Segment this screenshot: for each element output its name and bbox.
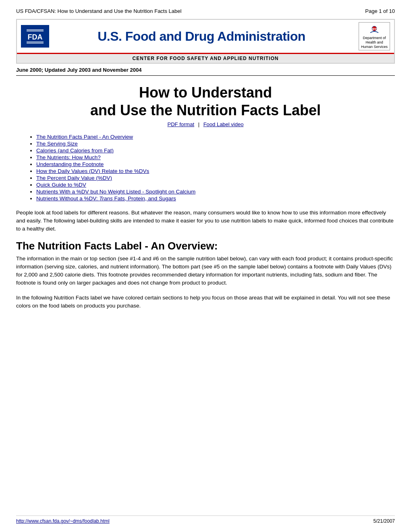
fda-main-title-area: U.S. Food and Drug Administration: [53, 29, 350, 44]
section-heading-overview: The Nutrition Facts Label - An Overview:: [16, 240, 395, 252]
hhs-logo: HHS Department ofHealth andHuman Service…: [359, 22, 390, 50]
main-title-section: How to Understand and Use the Nutrition …: [16, 84, 395, 118]
fda-logo: FDA: [21, 25, 49, 48]
video-link[interactable]: Food Label video: [203, 121, 244, 127]
browser-title-right: Page 1 of 10: [365, 8, 395, 14]
toc-link-8[interactable]: Quick Guide to %DV: [36, 182, 86, 188]
list-item: The Nutrients: How Much?: [36, 154, 395, 160]
toc-link-2[interactable]: The Serving Size: [36, 141, 78, 147]
fda-header: FDA U.S. Food and Drug Administration HH…: [16, 19, 395, 64]
section-paragraph-2: In the following Nutrition Facts label w…: [16, 294, 395, 310]
footer-url[interactable]: http://www.cfsan.fda.gov/~dms/foodlab.ht…: [16, 518, 110, 524]
toc-link-3[interactable]: Calories (and Calories from Fat): [36, 148, 114, 154]
toc-link-4[interactable]: The Nutrients: How Much?: [36, 154, 101, 160]
list-item: The Serving Size: [36, 141, 395, 147]
browser-title-bar: US FDA/CFSAN: How to Understand and Use …: [16, 8, 395, 14]
list-item: Nutrients Without a %DV: Trans Fats, Pro…: [36, 195, 395, 202]
svg-text:FDA: FDA: [28, 33, 43, 41]
date-line: June 2000; Updated July 2003 and Novembe…: [16, 67, 395, 76]
list-item: Nutrients With a %DV but No Weight Liste…: [36, 189, 395, 195]
page-title-line2: and Use the Nutrition Facts Label: [90, 102, 321, 118]
fda-logo-area: FDA: [21, 25, 53, 48]
toc-link-7[interactable]: The Percent Daily Value (%DV): [36, 175, 112, 181]
format-links-row: PDF format | Food Label video: [16, 121, 395, 127]
list-item: Quick Guide to %DV: [36, 182, 395, 188]
list-item: How the Daily Values (DV) Relate to the …: [36, 168, 395, 174]
hhs-logo-area: HHS Department ofHealth andHuman Service…: [350, 22, 390, 50]
fda-subtitle-bar: CENTER FOR FOOD SAFETY AND APPLIED NUTRI…: [17, 54, 394, 63]
toc-link-5[interactable]: Understanding the Footnote: [36, 161, 104, 167]
toc-link-1[interactable]: The Nutrition Facts Panel - An Overview: [36, 134, 133, 140]
toc-link-9[interactable]: Nutrients With a %DV but No Weight Liste…: [36, 189, 195, 195]
toc-link-10[interactable]: Nutrients Without a %DV: Trans Fats, Pro…: [36, 195, 176, 202]
date-text: June 2000; Updated July 2003 and Novembe…: [16, 67, 141, 73]
fda-logo-icon: FDA: [25, 27, 45, 45]
page-title-line1: How to Understand: [139, 84, 272, 101]
list-item: The Percent Daily Value (%DV): [36, 175, 395, 181]
footer-date: 5/21/2007: [374, 518, 395, 524]
intro-paragraph: People look at food labels for different…: [16, 209, 395, 233]
page-footer: http://www.cfsan.fda.gov/~dms/foodlab.ht…: [16, 515, 395, 524]
fda-subtitle-text: CENTER FOR FOOD SAFETY AND APPLIED NUTRI…: [133, 56, 279, 61]
list-item: Understanding the Footnote: [36, 161, 395, 167]
hhs-eagle-icon: HHS: [369, 24, 380, 35]
list-item: The Nutrition Facts Panel - An Overview: [36, 134, 395, 140]
fda-main-title-text: U.S. Food and Drug Administration: [53, 29, 350, 44]
section-paragraph-1: The information in the main or top secti…: [16, 255, 395, 287]
toc-list: The Nutrition Facts Panel - An Overview …: [16, 134, 395, 202]
page-title: How to Understand and Use the Nutrition …: [16, 84, 395, 118]
pdf-link[interactable]: PDF format: [168, 121, 194, 127]
list-item: Calories (and Calories from Fat): [36, 148, 395, 154]
svg-text:HHS: HHS: [370, 27, 378, 31]
links-separator: |: [198, 121, 199, 127]
toc-link-6[interactable]: How the Daily Values (DV) Relate to the …: [36, 168, 149, 174]
browser-title-left: US FDA/CFSAN: How to Understand and Use …: [16, 8, 181, 14]
